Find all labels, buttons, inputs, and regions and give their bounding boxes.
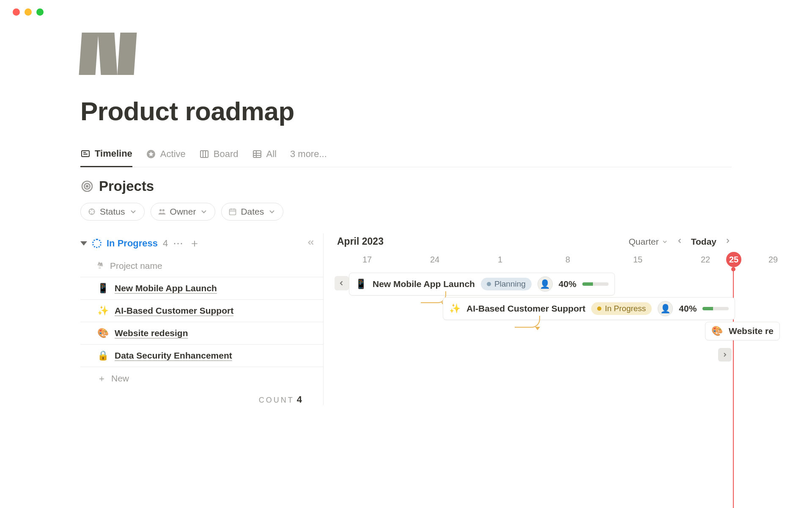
card-title: AI-Based Customer Support <box>466 304 585 314</box>
dependency-arrow <box>515 316 540 328</box>
tab-timeline[interactable]: Timeline <box>80 148 132 167</box>
collapse-panel-icon[interactable] <box>306 238 315 249</box>
window-controls <box>0 0 812 16</box>
row-icon: ✨ <box>97 305 109 316</box>
view-tabs: Timeline Active Board All 3 more... <box>80 148 732 167</box>
table-row[interactable]: 📱New Mobile App Launch <box>80 277 323 300</box>
section-title[interactable]: Projects <box>99 178 154 194</box>
project-name[interactable]: AI-Based Customer Support <box>115 306 233 316</box>
column-header-label: Project name <box>110 261 162 271</box>
progress-bar <box>702 307 729 310</box>
filter-bar: Status Owner Dates <box>80 203 732 221</box>
timeline-date: 1 <box>498 255 502 265</box>
timeline-icon <box>80 149 91 159</box>
zoom-label: Quarter <box>629 237 659 247</box>
filter-status[interactable]: Status <box>80 203 145 221</box>
zoom-select[interactable]: Quarter <box>629 237 668 247</box>
progress-pct: 40% <box>559 279 576 289</box>
timeline-scale: 17241815222529 <box>329 252 732 267</box>
filter-label: Owner <box>170 207 196 217</box>
group-header[interactable]: In Progress 4 ⋯ ＋ <box>80 233 323 255</box>
row-icon: 🎨 <box>97 328 109 339</box>
progress-pct: 40% <box>679 304 697 314</box>
tab-all[interactable]: All <box>252 149 277 166</box>
tab-label: Timeline <box>95 148 132 159</box>
svg-text:Aa: Aa <box>98 262 103 266</box>
plus-icon: ＋ <box>97 373 106 384</box>
status-circle-icon <box>92 239 102 248</box>
svg-rect-2 <box>200 151 208 157</box>
filter-owner[interactable]: Owner <box>151 203 216 221</box>
star-icon <box>146 149 156 159</box>
chevron-down-icon <box>661 238 668 245</box>
page-title[interactable]: Product roadmap <box>80 96 732 126</box>
timeline-date: 17 <box>362 255 372 265</box>
timeline-date: 24 <box>430 255 439 265</box>
dependency-arrow <box>421 291 446 303</box>
project-name[interactable]: Website redesign <box>115 328 188 338</box>
target-icon <box>80 179 94 193</box>
add-icon[interactable]: ＋ <box>189 236 200 251</box>
timeline-card[interactable]: 📱New Mobile App LaunchPlanning👤40% <box>349 273 615 295</box>
row-icon: 📱 <box>97 283 109 294</box>
count-summary: COUNT4 <box>80 390 323 405</box>
tab-label: All <box>266 149 277 160</box>
timeline-month[interactable]: April 2023 <box>337 236 384 247</box>
prev-period[interactable] <box>676 237 683 247</box>
tab-board[interactable]: Board <box>199 149 239 166</box>
chevron-down-icon <box>129 207 137 216</box>
today-button[interactable]: Today <box>691 237 716 247</box>
more-icon[interactable]: ⋯ <box>173 237 184 249</box>
avatar: 👤 <box>658 301 673 316</box>
new-label: New <box>111 373 129 384</box>
timeline-date: 15 <box>633 255 642 265</box>
card-icon: 🎨 <box>711 326 723 337</box>
chevron-down-icon <box>268 207 276 216</box>
tab-label: Board <box>214 149 239 160</box>
project-name[interactable]: Data Security Enhancement <box>115 351 232 361</box>
timeline-panel: April 2023 Quarter Today 17241815 <box>324 233 732 405</box>
table-row[interactable]: 🔒Data Security Enhancement <box>80 345 323 367</box>
row-icon: 🔒 <box>97 350 109 361</box>
column-header[interactable]: Aa Project name <box>80 255 323 277</box>
scroll-left-button[interactable] <box>335 276 349 290</box>
board-icon <box>199 149 209 159</box>
table-row[interactable]: 🎨Website redesign <box>80 322 323 345</box>
svg-point-8 <box>159 209 162 211</box>
svg-point-9 <box>162 209 164 211</box>
table-row[interactable]: ✨AI-Based Customer Support <box>80 300 323 322</box>
progress-bar <box>582 282 609 286</box>
collapse-triangle-icon[interactable] <box>80 241 87 246</box>
page-icon[interactable] <box>80 33 135 75</box>
new-row[interactable]: ＋ New <box>80 367 323 390</box>
svg-rect-3 <box>253 151 261 157</box>
card-icon: ✨ <box>449 303 461 314</box>
tab-active[interactable]: Active <box>146 149 186 166</box>
table-panel: In Progress 4 ⋯ ＋ Aa Project name 📱New M… <box>80 233 324 405</box>
close-window[interactable] <box>13 8 20 16</box>
timeline-card[interactable]: ✨AI-Based Customer SupportIn Progress👤40… <box>443 297 735 320</box>
filter-label: Dates <box>241 207 264 217</box>
filter-dates[interactable]: Dates <box>221 203 283 221</box>
tab-more[interactable]: 3 more... <box>290 149 327 166</box>
timeline-cards: 📱New Mobile App LaunchPlanning👤40%✨AI-Ba… <box>329 270 732 397</box>
project-name[interactable]: New Mobile App Launch <box>115 283 217 293</box>
avatar: 👤 <box>538 276 553 292</box>
timeline-date-today: 25 <box>726 252 741 267</box>
scroll-right-button[interactable] <box>718 348 732 362</box>
status-badge: In Progress <box>591 302 652 315</box>
next-period[interactable] <box>724 237 732 247</box>
card-title: New Mobile App Launch <box>373 279 475 289</box>
status-badge: Planning <box>481 278 532 290</box>
tab-label: Active <box>160 149 186 160</box>
group-count: 4 <box>163 238 168 249</box>
svg-rect-10 <box>230 209 236 215</box>
timeline-card[interactable]: 🎨Website re <box>705 322 780 340</box>
filter-label: Status <box>100 207 125 217</box>
group-name[interactable]: In Progress <box>107 238 158 249</box>
svg-point-6 <box>86 185 88 187</box>
minimize-window[interactable] <box>25 8 32 16</box>
card-title: Website re <box>729 326 774 336</box>
timeline-date: 22 <box>701 255 710 265</box>
maximize-window[interactable] <box>36 8 44 16</box>
